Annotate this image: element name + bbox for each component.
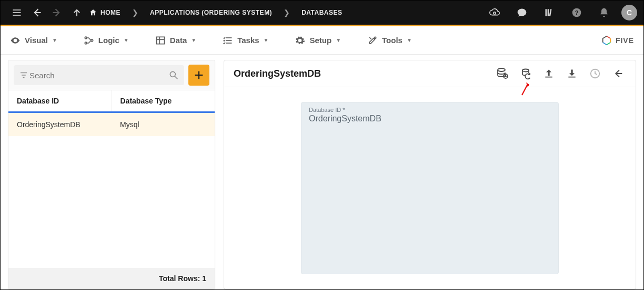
search-box[interactable] bbox=[14, 65, 184, 85]
caret-down-icon: ▼ bbox=[124, 37, 129, 43]
annotation-arrow-icon bbox=[521, 81, 530, 96]
detail-body: Database ID * OrderingSystemDB bbox=[224, 87, 636, 289]
upload-button[interactable] bbox=[541, 66, 557, 81]
menu-setup-label: Setup bbox=[309, 36, 331, 45]
menu-data[interactable]: Data ▼ bbox=[155, 35, 196, 46]
table-empty-area bbox=[8, 136, 215, 268]
tasks-icon bbox=[223, 35, 233, 46]
svg-rect-9 bbox=[549, 9, 552, 16]
filter-icon[interactable] bbox=[19, 70, 28, 80]
refresh-db-button[interactable] bbox=[518, 66, 534, 81]
breadcrumb-dbs-label: DATABASES bbox=[301, 9, 342, 16]
menu-logic[interactable]: Logic ▼ bbox=[84, 35, 129, 46]
menu-logic-label: Logic bbox=[98, 36, 119, 45]
field-value: OrderingSystemDB bbox=[309, 114, 551, 123]
library-icon[interactable] bbox=[539, 3, 559, 23]
upload-icon bbox=[544, 68, 554, 79]
caret-down-icon: ▼ bbox=[52, 37, 57, 43]
brand-icon bbox=[601, 35, 612, 46]
breadcrumb-apps[interactable]: APPLICATIONS (ORDERING SYSTEM) bbox=[150, 9, 272, 16]
menu-tasks[interactable]: Tasks ▼ bbox=[223, 35, 268, 46]
col-database-id[interactable]: Database ID bbox=[8, 90, 112, 111]
database-plus-icon bbox=[496, 67, 509, 80]
avatar-initial: C bbox=[627, 8, 632, 17]
svg-point-14 bbox=[91, 39, 93, 42]
svg-line-26 bbox=[175, 77, 178, 79]
menu-data-label: Data bbox=[170, 36, 187, 45]
cloud-icon[interactable] bbox=[485, 3, 505, 23]
menu-tools[interactable]: Tools ▼ bbox=[367, 35, 412, 46]
search-input[interactable] bbox=[28, 70, 168, 80]
breadcrumb: HOME ❯ APPLICATIONS (ORDERING SYSTEM) ❯ … bbox=[89, 8, 343, 17]
table-header: Database ID Database Type bbox=[8, 90, 215, 111]
svg-rect-15 bbox=[156, 37, 164, 44]
chevron-right-icon: ❯ bbox=[281, 8, 292, 17]
database-id-field[interactable]: Database ID * OrderingSystemDB bbox=[301, 102, 559, 274]
col-database-type[interactable]: Database Type bbox=[112, 90, 215, 111]
table-row[interactable]: OrderingSystemDB Mysql bbox=[8, 113, 215, 136]
grid-icon bbox=[155, 35, 166, 46]
table-footer: Total Rows: 1 bbox=[8, 268, 215, 289]
breadcrumb-dbs[interactable]: DATABASES bbox=[301, 9, 342, 16]
cell-database-id: OrderingSystemDB bbox=[8, 113, 112, 136]
home-icon bbox=[89, 8, 97, 17]
svg-rect-7 bbox=[546, 9, 547, 16]
breadcrumb-apps-label: APPLICATIONS (ORDERING SYSTEM) bbox=[150, 9, 272, 16]
svg-text:?: ? bbox=[575, 9, 579, 16]
menu-tools-label: Tools bbox=[382, 36, 402, 45]
nav-up-icon[interactable] bbox=[67, 3, 87, 23]
tools-icon bbox=[367, 35, 378, 46]
history-button bbox=[587, 66, 603, 81]
svg-point-29 bbox=[498, 68, 505, 71]
menu-visual[interactable]: Visual ▼ bbox=[10, 35, 57, 46]
svg-point-25 bbox=[170, 71, 175, 77]
breadcrumb-home[interactable]: HOME bbox=[89, 8, 120, 17]
chat-icon[interactable] bbox=[512, 3, 532, 23]
nav-back-icon[interactable] bbox=[27, 3, 47, 23]
total-rows-label: Total Rows: 1 bbox=[159, 274, 206, 283]
svg-point-33 bbox=[522, 69, 529, 72]
brand-label: FIVE bbox=[616, 36, 634, 45]
database-list-panel: Database ID Database Type OrderingSystem… bbox=[8, 60, 215, 289]
field-label: Database ID * bbox=[309, 107, 551, 113]
create-db-button[interactable] bbox=[495, 66, 510, 81]
avatar[interactable]: C bbox=[621, 5, 637, 20]
database-refresh-icon bbox=[519, 67, 532, 80]
search-icon[interactable] bbox=[168, 70, 179, 80]
download-icon bbox=[567, 68, 577, 79]
svg-point-13 bbox=[85, 42, 87, 44]
database-detail-panel: OrderingSystemDB bbox=[224, 60, 636, 289]
breadcrumb-home-label: HOME bbox=[100, 9, 120, 16]
search-row bbox=[8, 60, 215, 90]
clock-icon bbox=[589, 68, 601, 79]
detail-title: OrderingSystemDB bbox=[234, 68, 321, 79]
chevron-right-icon: ❯ bbox=[130, 8, 140, 17]
plus-icon bbox=[193, 69, 205, 81]
download-button[interactable] bbox=[564, 66, 580, 81]
bell-icon[interactable] bbox=[594, 3, 614, 23]
svg-point-12 bbox=[85, 37, 87, 39]
hamburger-icon[interactable] bbox=[7, 3, 27, 23]
detail-header: OrderingSystemDB bbox=[224, 60, 636, 87]
caret-down-icon: ▼ bbox=[336, 37, 341, 43]
gear-icon bbox=[295, 35, 305, 46]
help-icon[interactable]: ? bbox=[567, 3, 587, 23]
add-button[interactable] bbox=[188, 65, 209, 86]
svg-rect-8 bbox=[548, 9, 549, 16]
detail-actions bbox=[495, 66, 626, 81]
svg-point-6 bbox=[494, 12, 496, 14]
menu-tasks-label: Tasks bbox=[237, 36, 259, 45]
content: Database ID Database Type OrderingSystem… bbox=[1, 55, 643, 289]
brand-logo: FIVE bbox=[601, 35, 634, 46]
logic-icon bbox=[84, 35, 94, 46]
menu-visual-label: Visual bbox=[25, 36, 48, 45]
svg-point-21 bbox=[374, 37, 376, 38]
back-button[interactable] bbox=[610, 66, 626, 81]
caret-down-icon: ▼ bbox=[191, 37, 196, 43]
caret-down-icon: ▼ bbox=[407, 37, 412, 43]
arrow-left-icon bbox=[612, 68, 624, 79]
menu-setup[interactable]: Setup ▼ bbox=[295, 35, 341, 46]
nav-forward-icon bbox=[47, 3, 67, 23]
menubar: Visual ▼ Logic ▼ Data ▼ Tasks ▼ Setup ▼ … bbox=[1, 26, 643, 55]
topbar: HOME ❯ APPLICATIONS (ORDERING SYSTEM) ❯ … bbox=[1, 1, 643, 25]
